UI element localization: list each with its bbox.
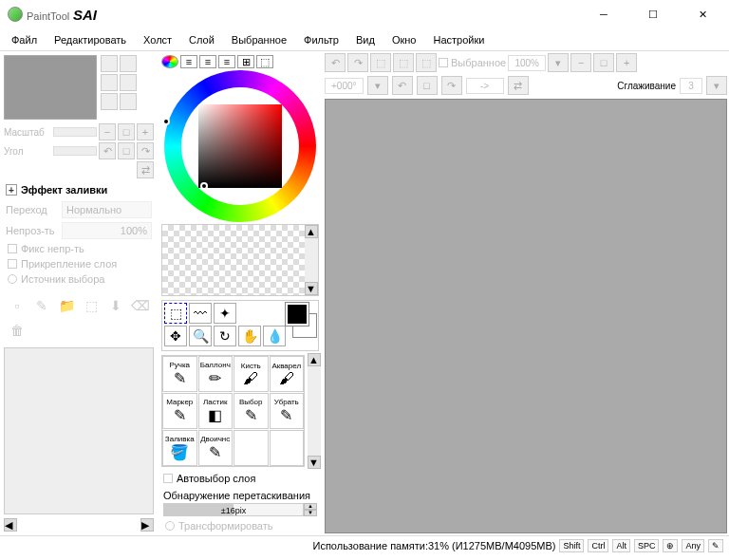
angle-dropdown[interactable]: ▾: [367, 76, 388, 95]
show-sel-button[interactable]: ⬚: [416, 53, 437, 72]
swatch-area[interactable]: ▲▼: [161, 224, 319, 296]
minimize-button[interactable]: ─: [585, 3, 623, 26]
brush-airbrush[interactable]: Баллонч✏: [198, 356, 234, 392]
close-button[interactable]: ✕: [683, 3, 721, 26]
hand-tool[interactable]: ✋: [238, 326, 261, 346]
dec-button[interactable]: ▼: [304, 510, 317, 516]
drag-detect-slider[interactable]: ±16pix: [163, 503, 304, 516]
rotate-tool[interactable]: ↻: [214, 326, 236, 346]
color-wheel[interactable]: [159, 70, 321, 222]
hue-handle[interactable]: [162, 118, 170, 125]
fill-effect-header[interactable]: +Эффект заливки: [2, 180, 156, 199]
lasso-tool[interactable]: 〰: [189, 303, 212, 324]
smoothing-dropdown[interactable]: ▾: [706, 76, 727, 95]
smoothing-value[interactable]: 3: [680, 78, 702, 94]
rgb-slider-tab[interactable]: ≡: [180, 55, 197, 68]
rotate-left-button[interactable]: ↶: [392, 76, 413, 95]
clipping-checkbox[interactable]: [8, 259, 17, 269]
auto-select-checkbox[interactable]: [163, 474, 173, 483]
sv-handle[interactable]: [200, 182, 208, 190]
color-wheel-tab[interactable]: [161, 55, 178, 68]
move-tool[interactable]: ✥: [164, 326, 187, 346]
magic-wand-tool[interactable]: ✦: [214, 303, 236, 324]
menu-filter[interactable]: Фильтр: [304, 34, 339, 46]
brush-bucket[interactable]: Заливка🪣: [162, 430, 197, 466]
zoom-in-button[interactable]: +: [137, 123, 154, 140]
zoom-reset-button[interactable]: □: [118, 123, 135, 140]
rect-select-tool[interactable]: ⬚: [164, 303, 187, 324]
rotate-reset-button[interactable]: □: [417, 76, 438, 95]
nav-btn[interactable]: [120, 93, 137, 110]
rotate-left-button[interactable]: ↶: [99, 142, 116, 159]
brush-watercolor[interactable]: Акварел🖌: [270, 356, 305, 392]
rotate-reset-button[interactable]: □: [118, 142, 135, 159]
rotate-right-button[interactable]: ↷: [441, 76, 462, 95]
clear-button[interactable]: ⌫: [131, 296, 150, 315]
brush-pen[interactable]: Ручка✎: [162, 356, 197, 392]
maximize-button[interactable]: ☐: [634, 3, 672, 26]
merge-button[interactable]: ⬇: [106, 296, 125, 315]
scroll-down-button[interactable]: ▼: [305, 282, 318, 295]
eyedropper-tool[interactable]: 💧: [263, 326, 286, 346]
brush-eraser[interactable]: Ластик◧: [198, 393, 234, 429]
color-swap[interactable]: [286, 303, 316, 337]
menu-canvas[interactable]: Холст: [143, 34, 172, 46]
zoom-in-button[interactable]: +: [616, 53, 637, 72]
undo-button[interactable]: ↶: [325, 53, 346, 72]
nav-btn[interactable]: [120, 74, 137, 91]
menu-edit[interactable]: Редактировать: [54, 34, 126, 46]
gray-tab[interactable]: ≡: [218, 55, 235, 68]
scratchpad-tab[interactable]: ⬚: [256, 55, 273, 68]
rotate-right-button[interactable]: ↷: [137, 142, 154, 159]
brush-empty[interactable]: [270, 430, 305, 466]
flip-button[interactable]: ⇄: [508, 76, 529, 95]
zoom-dropdown[interactable]: ▾: [548, 53, 569, 72]
menu-view[interactable]: Вид: [356, 34, 375, 46]
blend-mode-value[interactable]: Нормально: [62, 201, 152, 218]
brush-binary[interactable]: Двоичнс✎: [198, 430, 234, 466]
opacity-value[interactable]: 100%: [62, 222, 152, 239]
angle-value[interactable]: +000°: [325, 78, 364, 94]
selected-checkbox[interactable]: [439, 58, 448, 67]
scroll-left-button[interactable]: ◀: [4, 518, 17, 532]
zoom-fit-button[interactable]: □: [593, 53, 614, 72]
transform-radio[interactable]: [165, 521, 175, 531]
deselect-button[interactable]: ⬚: [370, 53, 391, 72]
redo-button[interactable]: ↷: [347, 53, 368, 72]
scroll-up-button[interactable]: ▲: [305, 225, 318, 238]
scroll-right-button[interactable]: ▶: [140, 518, 154, 532]
selection-source-radio[interactable]: [8, 274, 17, 284]
brush-marker[interactable]: Маркер✎: [162, 393, 197, 429]
angle-slider[interactable]: [53, 146, 97, 156]
new-linework-button[interactable]: ✎: [32, 296, 51, 315]
scroll-up-button[interactable]: ▲: [308, 353, 321, 366]
flip-button[interactable]: ⇄: [137, 161, 154, 178]
nav-btn[interactable]: [120, 55, 137, 72]
nav-btn[interactable]: [101, 55, 118, 72]
brush-deselect[interactable]: Убрать✎: [270, 393, 305, 429]
transfer-button[interactable]: ⬚: [82, 296, 101, 315]
nav-btn[interactable]: [101, 93, 118, 110]
swatches-tab[interactable]: ⊞: [237, 55, 254, 68]
menu-window[interactable]: Окно: [392, 34, 417, 46]
invert-button[interactable]: ⬚: [393, 53, 414, 72]
scroll-down-button[interactable]: ▼: [308, 456, 321, 469]
brush-brush[interactable]: Кисть🖌: [234, 356, 269, 392]
zoom-out-button[interactable]: −: [570, 53, 591, 72]
zoom-value[interactable]: 100%: [508, 55, 546, 71]
new-folder-button[interactable]: 📁: [57, 296, 76, 315]
scale-slider[interactable]: [53, 127, 97, 137]
preserve-opacity-checkbox[interactable]: [8, 244, 17, 253]
canvas[interactable]: [325, 99, 727, 533]
menu-settings[interactable]: Настройки: [433, 34, 484, 46]
nav-btn[interactable]: [101, 74, 118, 91]
menu-selection[interactable]: Выбранное: [232, 34, 287, 46]
brush-empty[interactable]: [234, 430, 269, 466]
new-layer-button[interactable]: ▫: [8, 296, 27, 315]
layer-list[interactable]: [4, 347, 154, 514]
menu-file[interactable]: Файл: [11, 34, 37, 46]
inc-button[interactable]: ▲: [304, 503, 317, 510]
zoom-out-button[interactable]: −: [99, 123, 116, 140]
menu-layer[interactable]: Слой: [189, 34, 215, 46]
hsv-slider-tab[interactable]: ≡: [199, 55, 216, 68]
